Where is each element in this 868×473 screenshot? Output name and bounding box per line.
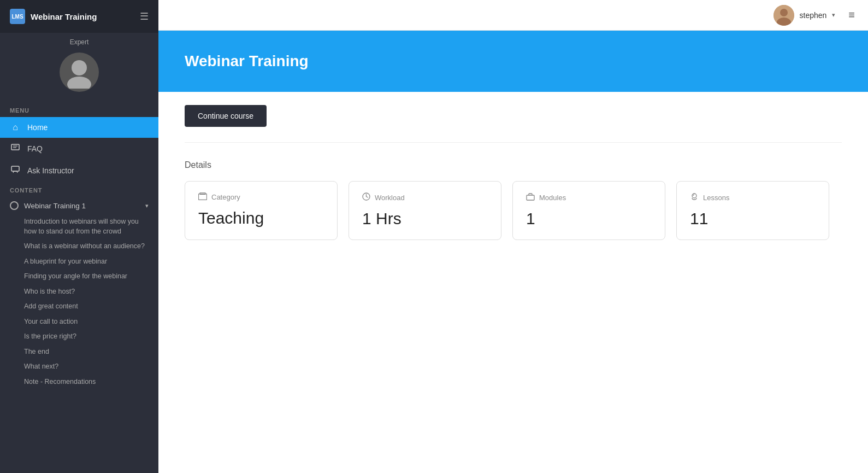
- detail-card-lessons-header: Lessons: [690, 192, 816, 202]
- detail-card-modules: Modules 1: [512, 181, 665, 240]
- ask-instructor-icon: [10, 165, 21, 176]
- topbar-chevron-icon: ▾: [832, 11, 835, 19]
- sidebar-item-faq-label: FAQ: [27, 144, 43, 153]
- list-item[interactable]: Finding your angle for the webinar: [0, 269, 158, 284]
- workload-icon: [362, 192, 370, 202]
- category-value: Teaching: [198, 208, 324, 228]
- details-label: Details: [185, 160, 842, 170]
- svg-rect-2: [11, 144, 19, 150]
- detail-card-category-header: Category: [198, 192, 324, 202]
- sidebar-header: LMS Webinar Training ☰: [0, 0, 158, 33]
- svg-rect-14: [527, 195, 534, 200]
- app-logo: LMS: [10, 9, 25, 24]
- hamburger-icon[interactable]: ☰: [140, 10, 149, 22]
- workload-value: 1 Hrs: [362, 209, 488, 229]
- sidebar-item-ask-instructor[interactable]: Ask Instructor: [0, 160, 158, 182]
- lessons-icon: [690, 192, 699, 202]
- svg-point-7: [780, 9, 788, 16]
- sidebar-brand: LMS Webinar Training: [10, 9, 97, 24]
- module-header[interactable]: Webinar Training 1 ▾: [0, 197, 158, 214]
- sidebar-item-faq[interactable]: FAQ: [0, 138, 158, 160]
- category-label: Category: [211, 193, 240, 201]
- chevron-down-icon: ▾: [145, 202, 149, 209]
- list-item[interactable]: What is a webinar without an audience?: [0, 239, 158, 254]
- topbar-username: stephen: [800, 11, 827, 20]
- app-title: Webinar Training: [31, 12, 97, 21]
- avatar: [60, 52, 99, 92]
- svg-line-13: [367, 197, 368, 198]
- workload-label: Workload: [375, 194, 405, 202]
- continue-course-bar: Continue course: [185, 92, 842, 143]
- modules-label: Modules: [539, 194, 566, 202]
- category-icon: [198, 192, 207, 202]
- home-icon: ⌂: [10, 122, 21, 132]
- expert-label: Expert: [0, 33, 158, 48]
- modules-icon: [526, 192, 535, 202]
- list-icon[interactable]: ≡: [848, 9, 855, 21]
- list-item[interactable]: Note - Recomendations: [0, 375, 158, 390]
- topbar-avatar: [773, 5, 794, 26]
- sidebar-item-home[interactable]: ⌂ Home: [0, 117, 158, 138]
- faq-icon: [10, 143, 21, 154]
- list-item[interactable]: The end: [0, 344, 158, 360]
- details-section: Details Category Teaching: [185, 143, 842, 240]
- svg-point-0: [72, 60, 87, 75]
- svg-rect-9: [199, 194, 207, 200]
- page-title: Webinar Training: [185, 52, 842, 70]
- sidebar-item-ask-instructor-label: Ask Instructor: [27, 166, 74, 175]
- svg-point-15: [692, 194, 696, 198]
- content-section-label: CONTENT: [0, 182, 158, 197]
- list-item[interactable]: Who is the host?: [0, 284, 158, 300]
- user-menu[interactable]: stephen ▾: [773, 5, 836, 26]
- lessons-label: Lessons: [703, 194, 729, 202]
- svg-rect-5: [11, 166, 19, 171]
- sidebar: LMS Webinar Training ☰ Expert MENU ⌂ Hom…: [0, 0, 158, 473]
- lessons-value: 11: [690, 209, 816, 229]
- modules-value: 1: [526, 209, 652, 229]
- list-item[interactable]: What next?: [0, 359, 158, 375]
- user-avatar-container: [0, 48, 158, 102]
- hero-banner: Webinar Training: [158, 31, 868, 92]
- details-cards: Category Teaching Wor: [185, 181, 842, 240]
- list-item[interactable]: A blueprint for your webinar: [0, 254, 158, 270]
- course-area: Continue course Details Category: [158, 92, 868, 473]
- detail-card-workload: Workload 1 Hrs: [349, 181, 501, 240]
- main-content: stephen ▾ ≡ Webinar Training Continue co…: [158, 0, 868, 473]
- sidebar-item-home-label: Home: [27, 123, 48, 132]
- list-item[interactable]: Add great content: [0, 299, 158, 314]
- detail-card-modules-header: Modules: [526, 192, 652, 202]
- module-circle-icon: [10, 201, 19, 210]
- menu-section-label: MENU: [0, 102, 158, 117]
- list-item[interactable]: Is the price right?: [0, 329, 158, 344]
- svg-point-1: [67, 77, 91, 89]
- detail-card-workload-header: Workload: [362, 192, 488, 202]
- list-item[interactable]: Your call to action: [0, 314, 158, 330]
- list-item[interactable]: Introduction to webinars will show you h…: [0, 214, 158, 239]
- topbar: stephen ▾ ≡: [158, 0, 868, 31]
- detail-card-category: Category Teaching: [185, 181, 338, 240]
- detail-card-lessons: Lessons 11: [676, 181, 829, 240]
- module-label: Webinar Training 1: [24, 202, 86, 210]
- continue-course-button[interactable]: Continue course: [185, 105, 267, 127]
